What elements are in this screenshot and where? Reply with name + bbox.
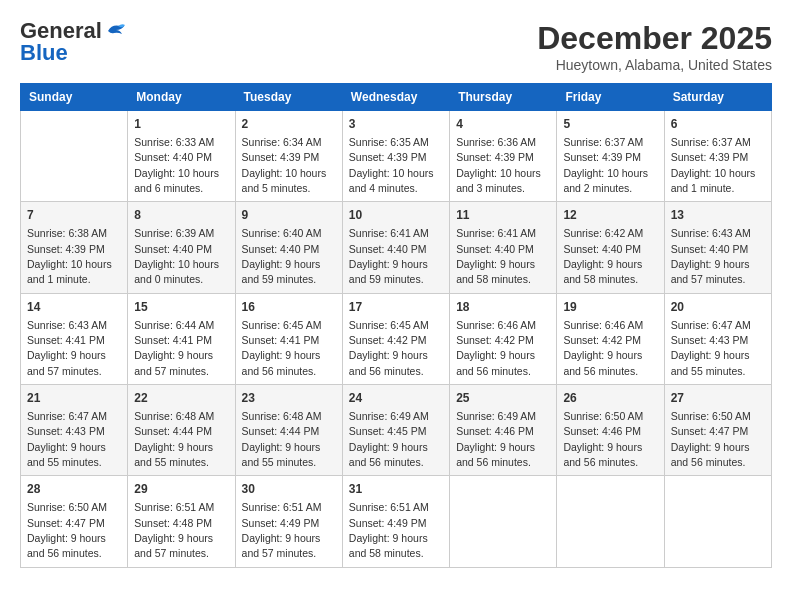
calendar-cell: 5Sunrise: 6:37 AM Sunset: 4:39 PM Daylig…: [557, 111, 664, 202]
calendar-cell: 1Sunrise: 6:33 AM Sunset: 4:40 PM Daylig…: [128, 111, 235, 202]
header-day-sunday: Sunday: [21, 84, 128, 111]
day-number: 13: [671, 207, 765, 224]
calendar-week-1: 1Sunrise: 6:33 AM Sunset: 4:40 PM Daylig…: [21, 111, 772, 202]
day-number: 18: [456, 299, 550, 316]
day-number: 28: [27, 481, 121, 498]
day-number: 26: [563, 390, 657, 407]
calendar-body: 1Sunrise: 6:33 AM Sunset: 4:40 PM Daylig…: [21, 111, 772, 568]
day-number: 19: [563, 299, 657, 316]
day-info: Sunrise: 6:47 AM Sunset: 4:43 PM Dayligh…: [671, 319, 751, 377]
calendar-cell: 14Sunrise: 6:43 AM Sunset: 4:41 PM Dayli…: [21, 293, 128, 384]
calendar-cell: 25Sunrise: 6:49 AM Sunset: 4:46 PM Dayli…: [450, 385, 557, 476]
calendar-cell: 12Sunrise: 6:42 AM Sunset: 4:40 PM Dayli…: [557, 202, 664, 293]
calendar-cell: 30Sunrise: 6:51 AM Sunset: 4:49 PM Dayli…: [235, 476, 342, 567]
day-info: Sunrise: 6:51 AM Sunset: 4:49 PM Dayligh…: [242, 501, 322, 559]
day-info: Sunrise: 6:43 AM Sunset: 4:40 PM Dayligh…: [671, 227, 751, 285]
day-info: Sunrise: 6:46 AM Sunset: 4:42 PM Dayligh…: [456, 319, 536, 377]
day-number: 11: [456, 207, 550, 224]
day-info: Sunrise: 6:51 AM Sunset: 4:48 PM Dayligh…: [134, 501, 214, 559]
calendar-cell: 8Sunrise: 6:39 AM Sunset: 4:40 PM Daylig…: [128, 202, 235, 293]
header-day-saturday: Saturday: [664, 84, 771, 111]
day-info: Sunrise: 6:51 AM Sunset: 4:49 PM Dayligh…: [349, 501, 429, 559]
day-number: 27: [671, 390, 765, 407]
day-info: Sunrise: 6:33 AM Sunset: 4:40 PM Dayligh…: [134, 136, 219, 194]
day-number: 12: [563, 207, 657, 224]
day-info: Sunrise: 6:42 AM Sunset: 4:40 PM Dayligh…: [563, 227, 643, 285]
day-info: Sunrise: 6:37 AM Sunset: 4:39 PM Dayligh…: [563, 136, 648, 194]
day-info: Sunrise: 6:37 AM Sunset: 4:39 PM Dayligh…: [671, 136, 756, 194]
day-number: 9: [242, 207, 336, 224]
header-day-thursday: Thursday: [450, 84, 557, 111]
day-info: Sunrise: 6:38 AM Sunset: 4:39 PM Dayligh…: [27, 227, 112, 285]
calendar-cell: 29Sunrise: 6:51 AM Sunset: 4:48 PM Dayli…: [128, 476, 235, 567]
month-title: December 2025: [537, 20, 772, 57]
day-number: 20: [671, 299, 765, 316]
calendar-cell: 26Sunrise: 6:50 AM Sunset: 4:46 PM Dayli…: [557, 385, 664, 476]
calendar-cell: 18Sunrise: 6:46 AM Sunset: 4:42 PM Dayli…: [450, 293, 557, 384]
day-info: Sunrise: 6:49 AM Sunset: 4:46 PM Dayligh…: [456, 410, 536, 468]
logo-bird-icon: [104, 22, 126, 40]
day-number: 5: [563, 116, 657, 133]
header-day-friday: Friday: [557, 84, 664, 111]
day-number: 30: [242, 481, 336, 498]
logo-text: General: [20, 20, 102, 42]
day-info: Sunrise: 6:40 AM Sunset: 4:40 PM Dayligh…: [242, 227, 322, 285]
day-number: 29: [134, 481, 228, 498]
calendar-table: SundayMondayTuesdayWednesdayThursdayFrid…: [20, 83, 772, 568]
calendar-cell: 31Sunrise: 6:51 AM Sunset: 4:49 PM Dayli…: [342, 476, 449, 567]
calendar-cell: [664, 476, 771, 567]
calendar-cell: 3Sunrise: 6:35 AM Sunset: 4:39 PM Daylig…: [342, 111, 449, 202]
calendar-cell: 28Sunrise: 6:50 AM Sunset: 4:47 PM Dayli…: [21, 476, 128, 567]
day-info: Sunrise: 6:50 AM Sunset: 4:46 PM Dayligh…: [563, 410, 643, 468]
day-number: 3: [349, 116, 443, 133]
calendar-cell: 20Sunrise: 6:47 AM Sunset: 4:43 PM Dayli…: [664, 293, 771, 384]
calendar-cell: 10Sunrise: 6:41 AM Sunset: 4:40 PM Dayli…: [342, 202, 449, 293]
calendar-cell: 27Sunrise: 6:50 AM Sunset: 4:47 PM Dayli…: [664, 385, 771, 476]
header-row: SundayMondayTuesdayWednesdayThursdayFrid…: [21, 84, 772, 111]
day-number: 8: [134, 207, 228, 224]
day-info: Sunrise: 6:50 AM Sunset: 4:47 PM Dayligh…: [671, 410, 751, 468]
page-header: General Blue December 2025 Hueytown, Ala…: [20, 20, 772, 73]
day-number: 23: [242, 390, 336, 407]
calendar-week-4: 21Sunrise: 6:47 AM Sunset: 4:43 PM Dayli…: [21, 385, 772, 476]
day-number: 21: [27, 390, 121, 407]
day-number: 2: [242, 116, 336, 133]
day-number: 6: [671, 116, 765, 133]
calendar-week-2: 7Sunrise: 6:38 AM Sunset: 4:39 PM Daylig…: [21, 202, 772, 293]
location-text: Hueytown, Alabama, United States: [537, 57, 772, 73]
day-info: Sunrise: 6:35 AM Sunset: 4:39 PM Dayligh…: [349, 136, 434, 194]
calendar-cell: 15Sunrise: 6:44 AM Sunset: 4:41 PM Dayli…: [128, 293, 235, 384]
day-info: Sunrise: 6:49 AM Sunset: 4:45 PM Dayligh…: [349, 410, 429, 468]
header-day-tuesday: Tuesday: [235, 84, 342, 111]
calendar-cell: [557, 476, 664, 567]
calendar-cell: 13Sunrise: 6:43 AM Sunset: 4:40 PM Dayli…: [664, 202, 771, 293]
day-number: 10: [349, 207, 443, 224]
day-info: Sunrise: 6:39 AM Sunset: 4:40 PM Dayligh…: [134, 227, 219, 285]
day-number: 15: [134, 299, 228, 316]
day-number: 14: [27, 299, 121, 316]
calendar-cell: 7Sunrise: 6:38 AM Sunset: 4:39 PM Daylig…: [21, 202, 128, 293]
calendar-cell: 2Sunrise: 6:34 AM Sunset: 4:39 PM Daylig…: [235, 111, 342, 202]
calendar-cell: 19Sunrise: 6:46 AM Sunset: 4:42 PM Dayli…: [557, 293, 664, 384]
logo-blue-text: Blue: [20, 42, 68, 64]
calendar-cell: 4Sunrise: 6:36 AM Sunset: 4:39 PM Daylig…: [450, 111, 557, 202]
day-info: Sunrise: 6:41 AM Sunset: 4:40 PM Dayligh…: [349, 227, 429, 285]
calendar-header: SundayMondayTuesdayWednesdayThursdayFrid…: [21, 84, 772, 111]
day-info: Sunrise: 6:48 AM Sunset: 4:44 PM Dayligh…: [134, 410, 214, 468]
title-block: December 2025 Hueytown, Alabama, United …: [537, 20, 772, 73]
day-info: Sunrise: 6:41 AM Sunset: 4:40 PM Dayligh…: [456, 227, 536, 285]
calendar-cell: [450, 476, 557, 567]
calendar-week-3: 14Sunrise: 6:43 AM Sunset: 4:41 PM Dayli…: [21, 293, 772, 384]
calendar-cell: 21Sunrise: 6:47 AM Sunset: 4:43 PM Dayli…: [21, 385, 128, 476]
day-number: 16: [242, 299, 336, 316]
calendar-cell: 9Sunrise: 6:40 AM Sunset: 4:40 PM Daylig…: [235, 202, 342, 293]
day-info: Sunrise: 6:36 AM Sunset: 4:39 PM Dayligh…: [456, 136, 541, 194]
day-info: Sunrise: 6:44 AM Sunset: 4:41 PM Dayligh…: [134, 319, 214, 377]
calendar-cell: [21, 111, 128, 202]
logo: General Blue: [20, 20, 126, 64]
header-day-monday: Monday: [128, 84, 235, 111]
day-info: Sunrise: 6:46 AM Sunset: 4:42 PM Dayligh…: [563, 319, 643, 377]
header-day-wednesday: Wednesday: [342, 84, 449, 111]
day-info: Sunrise: 6:47 AM Sunset: 4:43 PM Dayligh…: [27, 410, 107, 468]
calendar-cell: 11Sunrise: 6:41 AM Sunset: 4:40 PM Dayli…: [450, 202, 557, 293]
